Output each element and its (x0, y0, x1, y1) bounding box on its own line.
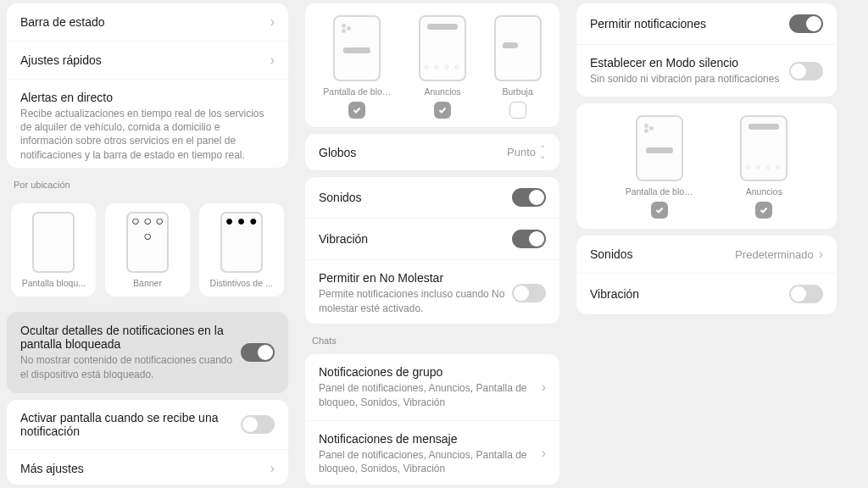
quick-settings-row[interactable]: Ajustes rápidos › (7, 41, 288, 79)
thumb-label: Pantalla bloqu... (14, 278, 92, 288)
chevron-right-icon: › (542, 446, 546, 461)
allow-notif-title: Permitir notificaciones (590, 17, 706, 30)
thumb-label: Anuncios (424, 86, 460, 97)
chevron-right-icon: › (819, 247, 823, 262)
live-alerts-row[interactable]: Alertas en directo Recibe actualizacione… (7, 79, 288, 168)
lockscreen-style-thumb[interactable]: Pantalla de bloqueo (626, 115, 693, 219)
sounds-title: Sonidos (319, 191, 362, 204)
wake-screen-toggle[interactable] (241, 415, 275, 434)
hide-details-row[interactable]: Ocultar detalles de notificaciones en la… (7, 312, 288, 392)
bubble-checkbox[interactable] (509, 102, 526, 119)
vibration-row[interactable]: Vibración (576, 273, 837, 314)
banner-checkbox[interactable] (434, 102, 451, 119)
status-bar-row[interactable]: Barra de estado › (7, 3, 288, 41)
lockscreen-style-thumb[interactable]: Pantalla de bloqueo (323, 15, 391, 119)
sounds-title: Sonidos (590, 247, 633, 261)
globos-title: Globos (319, 146, 356, 159)
live-alerts-title: Alertas en directo (20, 91, 275, 104)
sounds-row[interactable]: Sonidos (305, 177, 559, 218)
globos-value: Punto (507, 146, 536, 158)
silent-mode-row[interactable]: Establecer en Modo silencio Sin sonido n… (576, 44, 837, 97)
chevron-right-icon: › (270, 461, 275, 476)
banner-style-thumb[interactable]: ○ ○ ○ ○ Anuncios (740, 115, 787, 219)
message-notif-title: Notificaciones de mensaje (319, 432, 537, 446)
chats-section-label: Chats (305, 330, 559, 347)
vibration-title: Vibración (319, 232, 368, 246)
thumb-label: Burbuja (503, 86, 533, 97)
more-settings-row[interactable]: Más ajustes › (7, 449, 288, 485)
message-notif-row[interactable]: Notificaciones de mensaje Panel de notif… (305, 420, 559, 485)
wake-screen-title: Activar pantalla cuando se recibe una no… (20, 411, 241, 438)
silent-mode-subtitle: Sin sonido ni vibración para notificacio… (590, 72, 789, 86)
vibration-row[interactable]: Vibración (305, 218, 559, 259)
banner-thumb[interactable]: ○ ○ ○ ○ Banner (105, 203, 190, 297)
dnd-row[interactable]: Permitir en No Molestar Permite notifica… (305, 259, 559, 324)
dnd-title: Permitir en No Molestar (319, 271, 512, 285)
sounds-row[interactable]: Sonidos Predeterminado › (576, 236, 837, 273)
status-bar-title: Barra de estado (20, 15, 265, 29)
updown-icon: ⌃⌄ (539, 146, 546, 159)
banner-style-thumb[interactable]: ○ ○ ○ ○ Anuncios (419, 15, 466, 119)
hide-details-subtitle: No mostrar contenido de notificaciones c… (20, 353, 241, 380)
chevron-right-icon: › (270, 14, 275, 30)
vibration-toggle[interactable] (512, 230, 546, 248)
wake-screen-row[interactable]: Activar pantalla cuando se recibe una no… (7, 400, 288, 449)
badges-thumb[interactable]: ● ● ● Distintivos de ... (199, 203, 284, 297)
vibration-title: Vibración (590, 287, 639, 301)
silent-mode-toggle[interactable] (789, 62, 823, 80)
allow-notif-toggle[interactable] (789, 14, 823, 33)
group-notif-subtitle: Panel de notificaciones, Anuncios, Panta… (319, 381, 537, 408)
live-alerts-subtitle: Recibe actualizaciones en tiempo real de… (20, 107, 275, 162)
hide-details-title: Ocultar detalles de notificaciones en la… (20, 324, 241, 351)
location-section-label: Por ubicación (7, 175, 288, 191)
thumb-label: Distintivos de ... (203, 278, 281, 288)
sounds-value: Predeterminado (735, 248, 814, 261)
chevron-right-icon: › (542, 380, 546, 395)
thumb-label: Anuncios (746, 186, 782, 197)
globos-row[interactable]: Globos Punto ⌃⌄ (305, 134, 559, 170)
vibration-toggle[interactable] (789, 285, 823, 303)
chevron-right-icon: › (270, 53, 275, 68)
hide-details-toggle[interactable] (241, 343, 275, 362)
sounds-toggle[interactable] (512, 188, 546, 207)
group-notif-row[interactable]: Notificaciones de grupo Panel de notific… (305, 354, 559, 419)
thumb-label: Banner (108, 278, 186, 288)
allow-notif-row[interactable]: Permitir notificaciones (576, 3, 837, 44)
quick-settings-title: Ajustes rápidos (20, 53, 265, 67)
thumb-label: Pantalla de bloqueo (323, 86, 391, 97)
lockscreen-checkbox[interactable] (348, 102, 365, 119)
lockscreen-thumb[interactable]: Pantalla bloqu... (11, 203, 96, 297)
dnd-subtitle: Permite notificaciones incluso cuando No… (319, 287, 512, 314)
bubble-style-thumb[interactable]: Burbuja (494, 15, 542, 119)
silent-mode-title: Establecer en Modo silencio (590, 56, 789, 69)
message-notif-subtitle: Panel de notificaciones, Anuncios, Panta… (319, 448, 537, 475)
lockscreen-checkbox[interactable] (651, 202, 668, 219)
banner-checkbox[interactable] (755, 202, 772, 219)
thumb-label: Pantalla de bloqueo (626, 186, 693, 197)
dnd-toggle[interactable] (512, 284, 546, 302)
group-notif-title: Notificaciones de grupo (319, 365, 537, 379)
more-settings-title: Más ajustes (20, 462, 265, 475)
